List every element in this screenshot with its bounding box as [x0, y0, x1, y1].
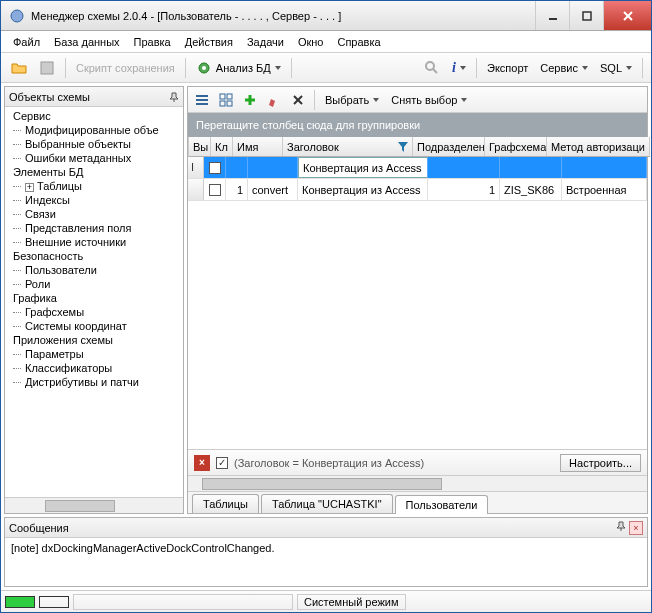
tree-item[interactable]: Дистрибутивы и патчи: [9, 375, 179, 389]
tab-tables[interactable]: Таблицы: [192, 494, 259, 513]
filter-enable-checkbox[interactable]: [216, 457, 228, 469]
grid-body[interactable]: I Конвертация из Access 1: [188, 157, 647, 449]
col-key[interactable]: Кл: [211, 137, 233, 156]
service-button[interactable]: Сервис: [536, 60, 592, 76]
tree-item[interactable]: Параметры: [9, 347, 179, 361]
bottom-tabs: Таблицы Таблица "UCHASTKI" Пользователи: [188, 491, 647, 513]
search-icon: [424, 60, 440, 76]
add-button[interactable]: [240, 90, 260, 110]
tree-item[interactable]: Выбранные объекты: [9, 137, 179, 151]
tree-node-graphics[interactable]: Графика: [9, 291, 179, 305]
customize-filter-button[interactable]: Настроить...: [560, 454, 641, 472]
tree-node-service[interactable]: Сервис: [9, 109, 179, 123]
svg-rect-11: [196, 99, 208, 101]
edit-button[interactable]: [264, 90, 284, 110]
info-button[interactable]: i: [448, 58, 470, 78]
row-checkbox[interactable]: [209, 184, 221, 196]
menu-db[interactable]: База данных: [48, 34, 126, 50]
deselect-button[interactable]: Снять выбор: [387, 92, 471, 108]
save-button[interactable]: [35, 58, 59, 78]
messages-panel: Сообщения × [note] dxDockingManagerActiv…: [4, 517, 648, 587]
row-indicator: I: [188, 157, 204, 178]
expand-icon[interactable]: +: [25, 183, 34, 192]
cell-auth: Встроенная: [562, 179, 647, 200]
objects-tree[interactable]: Сервис Модифицированные объе Выбранные о…: [5, 107, 183, 497]
pin-icon[interactable]: [616, 521, 626, 531]
cell-scheme: ZIS_SK86: [500, 179, 562, 200]
cell-title-edit[interactable]: Конвертация из Access: [298, 157, 428, 178]
tree-item[interactable]: Внешние источники: [9, 235, 179, 249]
col-scheme[interactable]: Графсхема: [485, 137, 547, 156]
objects-panel-title: Объекты схемы: [9, 91, 90, 103]
grid-panel: Выбрать Снять выбор Перетащите столбец с…: [187, 86, 648, 514]
tree-node-apps[interactable]: Приложения схемы: [9, 333, 179, 347]
app-icon: [9, 8, 25, 24]
tree-item-tables[interactable]: +Таблицы: [9, 179, 179, 193]
tree-item[interactable]: Индексы: [9, 193, 179, 207]
list-icon: [195, 93, 209, 107]
svg-rect-10: [196, 95, 208, 97]
col-check[interactable]: Вы: [189, 137, 211, 156]
menu-edit[interactable]: Правка: [128, 34, 177, 50]
sql-button[interactable]: SQL: [596, 60, 636, 76]
export-button[interactable]: Экспорт: [483, 60, 532, 76]
maximize-button[interactable]: [569, 1, 603, 30]
tab-users[interactable]: Пользователи: [395, 495, 489, 514]
messages-title: Сообщения: [9, 522, 69, 534]
col-auth[interactable]: Метод авторизаци: [547, 137, 650, 156]
titlebar: Менеджер схемы 2.0.4 - [Пользователь - .…: [1, 1, 651, 31]
row-checkbox[interactable]: [209, 162, 221, 174]
save-script-button[interactable]: Скрипт сохранения: [72, 60, 179, 76]
menu-tasks[interactable]: Задачи: [241, 34, 290, 50]
select-button[interactable]: Выбрать: [321, 92, 383, 108]
tree-node-security[interactable]: Безопасность: [9, 249, 179, 263]
svg-rect-15: [220, 101, 225, 106]
col-dept[interactable]: Подразделен: [413, 137, 485, 156]
tree-hscrollbar[interactable]: [5, 497, 183, 513]
view-list-button[interactable]: [192, 90, 212, 110]
svg-line-9: [433, 69, 437, 73]
tree-item[interactable]: Модифицированные объе: [9, 123, 179, 137]
search-button[interactable]: [420, 58, 444, 78]
menu-window[interactable]: Окно: [292, 34, 330, 50]
group-by-box[interactable]: Перетащите столбец сюда для группировки: [188, 113, 647, 137]
messages-body[interactable]: [note] dxDockingManagerActiveDockControl…: [5, 538, 647, 586]
menu-actions[interactable]: Действия: [179, 34, 239, 50]
delete-button[interactable]: [288, 90, 308, 110]
open-button[interactable]: [7, 58, 31, 78]
tree-item[interactable]: Представления поля: [9, 221, 179, 235]
row-indicator: [188, 179, 204, 200]
grid-hscrollbar[interactable]: [188, 475, 647, 491]
main-toolbar: Скрипт сохранения Анализ БД i Экспорт Се…: [1, 53, 651, 83]
svg-point-8: [426, 62, 434, 70]
svg-rect-16: [227, 101, 232, 106]
menu-file[interactable]: Файл: [7, 34, 46, 50]
close-button[interactable]: [603, 1, 651, 30]
pin-icon[interactable]: [169, 92, 179, 102]
status-mode: Системный режим: [297, 594, 406, 610]
tree-item[interactable]: Графсхемы: [9, 305, 179, 319]
svg-rect-2: [583, 12, 591, 20]
objects-panel: Объекты схемы Сервис Модифицированные об…: [4, 86, 184, 514]
analyze-db-button[interactable]: Анализ БД: [192, 58, 285, 78]
tree-item[interactable]: Пользователи: [9, 263, 179, 277]
tree-item[interactable]: Ошибки метаданных: [9, 151, 179, 165]
col-name[interactable]: Имя: [233, 137, 283, 156]
tab-table-uchastki[interactable]: Таблица "UCHASTKI": [261, 494, 393, 513]
minimize-button[interactable]: [535, 1, 569, 30]
app-window: Менеджер схемы 2.0.4 - [Пользователь - .…: [0, 0, 652, 613]
table-row[interactable]: 1 convert Конвертация из Access 1 ZIS_SK…: [188, 179, 647, 201]
messages-close-button[interactable]: ×: [629, 521, 643, 535]
tree-node-dbelems[interactable]: Элементы БД: [9, 165, 179, 179]
tree-item[interactable]: Связи: [9, 207, 179, 221]
tree-item[interactable]: Классификаторы: [9, 361, 179, 375]
table-row-edit[interactable]: I Конвертация из Access: [188, 157, 647, 179]
tree-item[interactable]: Системы координат: [9, 319, 179, 333]
tree-item[interactable]: Роли: [9, 277, 179, 291]
filter-icon[interactable]: [398, 142, 408, 152]
col-title[interactable]: Заголовок: [283, 137, 413, 156]
view-grid-button[interactable]: [216, 90, 236, 110]
menu-help[interactable]: Справка: [331, 34, 386, 50]
grid-icon: [219, 93, 233, 107]
clear-filter-button[interactable]: ×: [194, 455, 210, 471]
